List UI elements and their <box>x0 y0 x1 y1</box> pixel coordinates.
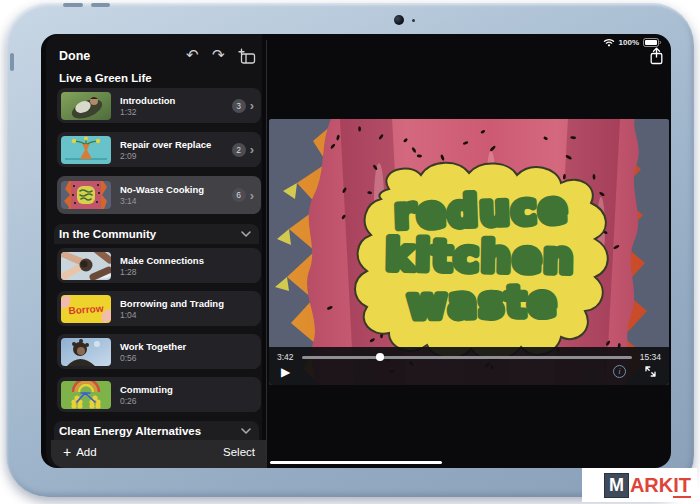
section-header-clean-energy-alternatives[interactable]: Clean Energy Alternatives <box>54 421 259 441</box>
wifi-icon <box>603 38 615 47</box>
clip-count-badge: 3 <box>232 99 246 113</box>
volume-up-button[interactable] <box>63 3 83 7</box>
clip-count-badge: 6 <box>232 188 246 202</box>
video-artwork: reduce kitchen waste <box>269 119 669 385</box>
chevron-down-icon <box>241 231 251 237</box>
lesson-title: Introduction <box>120 95 232 106</box>
elapsed-time: 3:42 <box>277 352 294 362</box>
no-waste-cooking-thumbnail <box>61 181 111 209</box>
video-player[interactable]: reduce kitchen waste 3:42 15:34 <box>269 119 669 385</box>
playback-controls: 3:42 15:34 ▶ i <box>269 347 669 385</box>
make-connections-thumbnail <box>61 252 111 280</box>
select-button[interactable]: Select <box>223 446 255 458</box>
work-together-thumbnail <box>61 338 111 366</box>
lesson-card-introduction[interactable]: Introduction 1:32 3 › <box>57 88 261 123</box>
status-bar-right: 100% <box>603 38 662 47</box>
markit-watermark: M ARKIT <box>582 468 697 502</box>
fullscreen-expand-icon[interactable] <box>644 365 657 378</box>
section-header-live-a-green-life[interactable]: Live a Green Life <box>59 72 152 84</box>
sidebar-footer: + Add Select <box>51 440 267 468</box>
share-icon[interactable] <box>649 47 664 65</box>
introduction-thumbnail <box>61 92 111 120</box>
watermark-m-box: M <box>604 473 629 498</box>
undo-icon[interactable]: ↶ <box>186 46 199 64</box>
lesson-card-work-together[interactable]: Work Together 0:56 <box>57 334 261 369</box>
borrowing-and-trading-thumbnail: Borrow <box>61 295 111 323</box>
front-camera <box>394 15 404 25</box>
video-title-line-1: reduce <box>393 183 569 238</box>
chevron-right-icon: › <box>250 189 254 202</box>
lesson-sidebar: Done ↶ ↷ Live a Green Life <box>46 34 262 468</box>
camera-sensor-dot <box>412 19 415 22</box>
repair-over-replace-thumbnail <box>61 136 111 164</box>
lesson-card-repair-over-replace[interactable]: Repair over Replace 2:09 2 › <box>57 132 261 167</box>
ipad-device-frame: 9:41 AM Tue Oct 18 100% Done ↶ <box>6 3 694 497</box>
lesson-duration: 1:28 <box>120 267 261 277</box>
lesson-duration: 1:32 <box>120 107 232 117</box>
volume-down-button[interactable] <box>91 3 110 7</box>
panel-divider <box>266 40 267 462</box>
scrubber-line <box>302 356 632 359</box>
screenshot-stage: 9:41 AM Tue Oct 18 100% Done ↶ <box>0 0 700 504</box>
lesson-title: Repair over Replace <box>120 139 232 150</box>
play-button[interactable]: ▶ <box>281 366 290 378</box>
lesson-duration: 2:09 <box>120 151 232 161</box>
lesson-title: Work Together <box>120 341 261 352</box>
battery-icon <box>643 38 662 47</box>
chevron-right-icon: › <box>250 99 254 112</box>
redo-icon[interactable]: ↷ <box>212 46 225 64</box>
video-title-line-3: waste <box>407 277 559 329</box>
ipad-screen: 9:41 AM Tue Oct 18 100% Done ↶ <box>41 34 671 468</box>
lesson-duration: 0:56 <box>120 353 261 363</box>
battery-percent: 100% <box>619 38 639 47</box>
info-icon[interactable]: i <box>613 365 626 378</box>
chevron-down-icon <box>241 428 251 434</box>
home-indicator[interactable] <box>270 461 442 464</box>
lesson-title: Borrowing and Trading <box>120 298 261 309</box>
lesson-duration: 0:26 <box>120 396 261 406</box>
chevron-right-icon: › <box>250 143 254 156</box>
commuting-thumbnail <box>61 381 111 409</box>
plus-icon: + <box>63 445 71 459</box>
lesson-title: Make Connections <box>120 255 261 266</box>
lesson-duration: 3:14 <box>120 196 232 206</box>
side-button[interactable] <box>10 53 14 71</box>
lesson-card-no-waste-cooking[interactable]: No-Waste Cooking 3:14 6 › <box>57 176 261 214</box>
add-label: Add <box>76 446 96 458</box>
lesson-card-borrowing-and-trading[interactable]: Borrow Borrowing and Trading 1:04 <box>57 291 261 326</box>
section-title: In the Community <box>59 228 156 240</box>
lesson-duration: 1:04 <box>120 310 261 320</box>
add-button[interactable]: + Add <box>63 445 97 459</box>
watermark-text: ARKIT <box>630 474 691 497</box>
video-title-line-2: kitchen <box>385 230 575 282</box>
lesson-card-make-connections[interactable]: Make Connections 1:28 <box>57 248 261 283</box>
done-button[interactable]: Done <box>59 49 90 63</box>
lesson-card-commuting[interactable]: Commuting 0:26 <box>57 377 261 412</box>
total-time: 15:34 <box>640 352 661 362</box>
lesson-title: No-Waste Cooking <box>120 184 232 195</box>
scrubber-track[interactable] <box>302 353 632 361</box>
lesson-title: Commuting <box>120 384 261 395</box>
section-title: Clean Energy Alternatives <box>59 425 201 437</box>
add-clip-icon[interactable] <box>237 48 256 64</box>
clip-count-badge: 2 <box>232 143 246 157</box>
scrubber-handle[interactable] <box>376 353 384 361</box>
section-header-in-the-community[interactable]: In the Community <box>54 224 259 244</box>
